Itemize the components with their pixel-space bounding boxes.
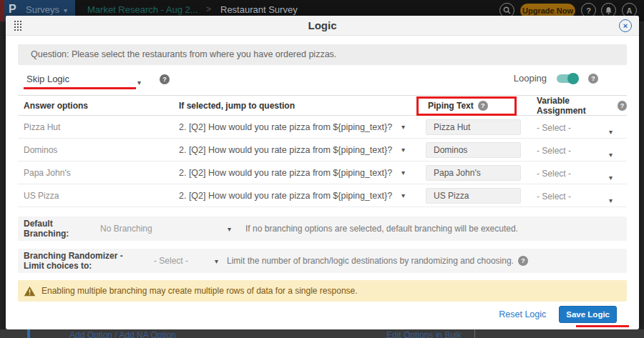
breadcrumb-parent[interactable]: Market Research - Aug 2...	[87, 4, 198, 15]
jump-to-question-dropdown[interactable]: 2. [Q2] How would you rate pizza from ${…	[179, 145, 422, 155]
table-row: Papa John's 2. [Q2] How would you rate p…	[18, 161, 627, 184]
question-summary: Question: Please select the restaurants …	[18, 44, 627, 65]
question-icon: ?	[586, 6, 591, 15]
annotation-box-piping-text: Piping Text ?	[416, 96, 517, 116]
modal-footer: Reset Logic Save Logic	[499, 306, 617, 323]
jump-to-question-dropdown[interactable]: 2. [Q2] How would you rate pizza from ${…	[179, 191, 422, 201]
chevron-down-icon: ▾	[609, 151, 613, 159]
search-icon	[503, 6, 511, 14]
variable-assignment-dropdown[interactable]: - Select -	[537, 123, 571, 133]
chevron-down-icon: ▾	[228, 225, 231, 233]
reset-logic-link[interactable]: Reset Logic	[499, 309, 546, 319]
header-piping-text: Piping Text	[428, 101, 474, 111]
logic-type-help-icon[interactable]: ?	[160, 74, 170, 84]
save-logic-button[interactable]: Save Logic	[559, 306, 617, 323]
randomizer-dropdown[interactable]: - Select -	[154, 256, 215, 266]
answer-option-label: US Pizza	[18, 191, 179, 201]
chevron-down-icon: ▾	[137, 75, 141, 91]
piping-text-input[interactable]	[426, 165, 521, 181]
randomizer-help-icon[interactable]: ?	[518, 256, 528, 266]
jump-to-question-dropdown[interactable]: 2. [Q2] How would you rate pizza from ${…	[179, 122, 422, 132]
logic-type-dropdown[interactable]: Skip Logic ▾	[18, 71, 141, 87]
chevron-down-icon: ▾	[609, 197, 613, 204]
modal-title: Logic	[6, 19, 639, 31]
add-option-link[interactable]: Add Option / Add NA Option	[69, 330, 176, 338]
answer-option-label: Pizza Hut	[18, 122, 179, 132]
chevron-down-icon: ▾	[609, 128, 613, 136]
table-row: Dominos 2. [Q2] How would you rate pizza…	[18, 139, 627, 161]
annotation-underline-save-logic	[576, 325, 629, 327]
chevron-down-icon: ▾	[609, 174, 613, 182]
chevron-down-icon: ▾	[215, 257, 218, 265]
edit-options-in-bulk-link[interactable]: Edit Options in Bulk	[386, 330, 462, 338]
default-branching-hint: If no branching options are selected, de…	[245, 224, 518, 234]
looping-toggle[interactable]	[557, 74, 578, 83]
default-branching-row: Default Branching: No Branching ▾ If no …	[18, 217, 627, 241]
header-jump: If selected, jump to question	[179, 101, 422, 111]
breadcrumb-current[interactable]: Restaurant Survey	[220, 4, 298, 15]
piping-text-input[interactable]	[426, 188, 521, 204]
avatar-initial: A	[627, 6, 633, 15]
default-branching-dropdown[interactable]: No Branching	[100, 224, 228, 234]
close-icon: ×	[623, 21, 628, 30]
warning-text: Enabling multiple branching may create m…	[42, 286, 358, 296]
randomizer-hint: Limit the number of branch/logic destina…	[227, 256, 514, 266]
dimmed-background-page: Add Option / Add NA Option Edit Options …	[0, 329, 644, 338]
answer-option-label: Dominos	[18, 145, 179, 155]
chevron-down-icon: ▾	[401, 192, 405, 199]
piping-text-help-icon[interactable]: ?	[478, 101, 488, 111]
default-branching-label: Default Branching:	[18, 219, 94, 239]
header-answer-options: Answer options	[18, 101, 179, 111]
modal-header: Logic ×	[6, 16, 639, 36]
bell-icon	[605, 6, 613, 15]
chevron-down-icon: ▾	[401, 169, 405, 177]
looping-help-icon[interactable]: ?	[588, 74, 598, 84]
answer-option-label: Papa John's	[18, 168, 179, 178]
header-variable-assignment: Variable Assignment	[537, 96, 613, 116]
table-header-row: Answer options If selected, jump to ques…	[18, 95, 627, 116]
logic-modal: Logic × Question: Please select the rest…	[6, 16, 639, 329]
warning-banner: Enabling multiple branching may create m…	[18, 280, 627, 302]
piping-text-input[interactable]	[426, 119, 521, 135]
option-accent-bar	[27, 329, 30, 338]
branching-randomizer-label: Branching Randomizer - Limit choices to:	[18, 251, 145, 271]
variable-assignment-help-icon[interactable]: ?	[618, 101, 627, 111]
warning-icon	[24, 286, 36, 297]
variable-assignment-dropdown[interactable]: - Select -	[537, 169, 571, 179]
breadcrumb-separator: >	[206, 4, 211, 14]
looping-control: Looping ?	[514, 73, 598, 84]
background-divider	[474, 329, 475, 338]
chevron-down-icon: ▾	[64, 6, 67, 14]
variable-assignment-dropdown[interactable]: - Select -	[537, 192, 571, 202]
annotation-underline-skip-logic	[24, 87, 136, 89]
branching-randomizer-row: Branching Randomizer - Limit choices to:…	[18, 249, 627, 273]
variable-assignment-dropdown[interactable]: - Select -	[537, 146, 571, 156]
jump-to-question-dropdown[interactable]: 2. [Q2] How would you rate pizza from ${…	[179, 168, 422, 178]
looping-label: Looping	[514, 73, 547, 84]
left-edge-accent	[0, 0, 4, 21]
chevron-down-icon: ▾	[401, 123, 405, 131]
table-row: US Pizza 2. [Q2] How would you rate pizz…	[18, 184, 627, 207]
piping-text-input[interactable]	[426, 142, 521, 158]
close-button[interactable]: ×	[619, 19, 632, 32]
surveys-menu[interactable]: Surveys▾	[26, 4, 67, 15]
chevron-down-icon: ▾	[401, 146, 405, 154]
toggle-knob	[567, 73, 579, 84]
logic-type-value: Skip Logic	[26, 74, 69, 84]
logic-table: Answer options If selected, jump to ques…	[18, 95, 627, 207]
table-row: Pizza Hut 2. [Q2] How would you rate piz…	[18, 116, 627, 139]
app-logo[interactable]: P	[9, 3, 16, 16]
